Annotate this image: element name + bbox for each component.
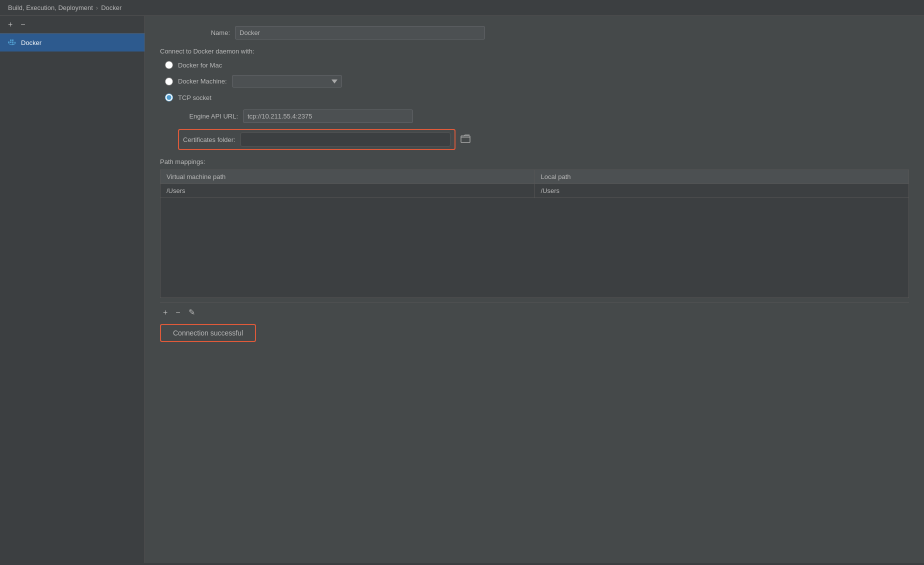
docker-mac-label[interactable]: Docker for Mac [178, 62, 222, 69]
engine-api-row: Engine API URL: [178, 110, 909, 123]
docker-machine-label[interactable]: Docker Machine: [178, 78, 227, 85]
remove-mapping-button[interactable]: − [172, 307, 183, 318]
path-mappings-table: Virtual machine path Local path /Users /… [160, 170, 909, 298]
breadcrumb-part2: Docker [101, 4, 122, 12]
edit-mapping-button[interactable]: ✎ [186, 306, 198, 318]
mappings-toolbar: + − ✎ [160, 302, 909, 322]
add-config-button[interactable]: + [5, 19, 16, 30]
breadcrumb-separator: › [96, 4, 98, 12]
cert-folder-input[interactable] [240, 132, 450, 146]
breadcrumb-bar: Build, Execution, Deployment › Docker [0, 0, 924, 16]
remove-config-button[interactable]: − [18, 19, 28, 30]
vm-path-header: Virtual machine path [160, 170, 535, 184]
path-mappings-label: Path mappings: [160, 158, 909, 166]
sidebar-toolbar: + − [0, 16, 144, 34]
name-row: Name: [160, 26, 909, 40]
svg-point-6 [14, 42, 16, 44]
local-path-cell: /Users [534, 184, 909, 198]
tcp-socket-label[interactable]: TCP socket [178, 94, 212, 102]
tcp-socket-option[interactable]: TCP socket [165, 94, 909, 102]
svg-rect-2 [12, 42, 14, 43]
docker-machine-select[interactable] [232, 75, 342, 88]
tcp-socket-radio[interactable] [165, 94, 173, 102]
docker-icon [7, 38, 17, 48]
local-path-header: Local path [534, 170, 909, 184]
connection-status: Connection successful [173, 329, 243, 337]
docker-mac-radio[interactable] [165, 61, 173, 69]
breadcrumb-part1: Build, Execution, Deployment [8, 4, 93, 12]
engine-api-label: Engine API URL: [178, 112, 238, 120]
svg-rect-4 [12, 40, 14, 41]
sidebar-item-docker[interactable]: Docker [0, 34, 144, 52]
content-area: Name: Connect to Docker daemon with: Doc… [145, 16, 924, 563]
svg-rect-0 [8, 42, 10, 43]
vm-path-cell: /Users [160, 184, 535, 198]
docker-machine-radio[interactable] [165, 78, 173, 86]
connect-label: Connect to Docker daemon with: [160, 48, 909, 55]
table-row[interactable]: /Users /Users [160, 184, 909, 198]
cert-row-container: Certificates folder: [178, 129, 909, 150]
path-mappings-section: Path mappings: Virtual machine path Loca… [160, 158, 909, 342]
svg-rect-1 [10, 42, 12, 43]
engine-api-url-input[interactable] [243, 110, 413, 123]
radio-group: Docker for Mac Docker Machine: TCP socke… [165, 61, 909, 102]
add-mapping-button[interactable]: + [160, 307, 170, 318]
svg-rect-3 [10, 40, 12, 41]
name-label: Name: [160, 29, 230, 36]
sidebar-item-docker-label: Docker [21, 39, 42, 46]
table-row-empty [160, 198, 909, 298]
svg-rect-7 [461, 136, 470, 142]
name-input[interactable] [235, 26, 485, 40]
docker-machine-option[interactable]: Docker Machine: [165, 75, 909, 88]
docker-for-mac-option[interactable]: Docker for Mac [165, 61, 909, 69]
cert-folder-label: Certificates folder: [183, 136, 236, 144]
sidebar: + − Docker [0, 16, 145, 563]
cert-browse-button[interactable] [458, 133, 474, 146]
